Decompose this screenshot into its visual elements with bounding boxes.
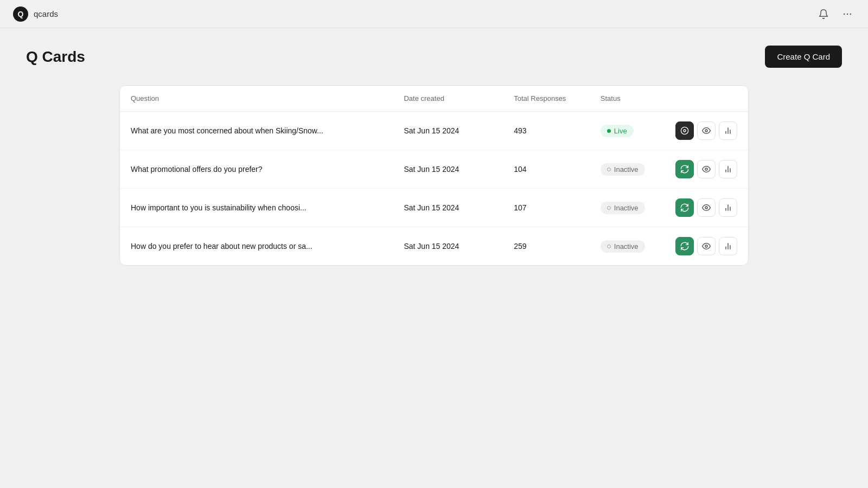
eye-icon: [702, 242, 711, 251]
nav-actions: [816, 7, 855, 22]
cell-responses: 107: [503, 189, 590, 227]
svg-point-1: [847, 13, 848, 15]
page-title: Q Cards: [26, 48, 85, 66]
table-row: How important to you is sustainability w…: [120, 189, 748, 227]
view-button[interactable]: [697, 237, 716, 255]
create-qcard-button[interactable]: Create Q Card: [765, 46, 842, 68]
row-actions: [675, 198, 737, 217]
cell-responses: 493: [503, 112, 590, 150]
analytics-button[interactable]: [719, 160, 737, 178]
inactive-dot: [607, 168, 611, 171]
cell-question: What promotional offers do you prefer?: [120, 150, 393, 189]
page-content: Q Cards Create Q Card Question Date crea…: [0, 28, 868, 283]
nav-brand: Q qcards: [13, 7, 58, 22]
toggle-status-button[interactable]: [675, 160, 694, 178]
analytics-button[interactable]: [719, 237, 737, 255]
ellipsis-icon: [842, 9, 853, 20]
analytics-button[interactable]: [719, 198, 737, 217]
cell-status: Inactive: [590, 150, 665, 189]
barchart-icon: [724, 165, 732, 174]
barchart-icon: [724, 126, 732, 135]
circle-arrow-icon: [680, 126, 689, 135]
view-button[interactable]: [697, 121, 716, 140]
page-header: Q Cards Create Q Card: [26, 46, 842, 68]
column-header-responses: Total Responses: [503, 86, 590, 112]
row-actions: [675, 121, 737, 140]
eye-icon: [702, 203, 711, 212]
cell-actions: [665, 150, 748, 189]
svg-point-9: [705, 168, 707, 170]
inactive-dot: [607, 245, 611, 248]
cell-date: Sat Jun 15 2024: [393, 112, 503, 150]
cell-responses: 259: [503, 227, 590, 266]
app-logo: Q: [13, 7, 28, 22]
svg-point-17: [705, 245, 707, 247]
cell-status: Inactive: [590, 227, 665, 266]
toggle-status-button[interactable]: [675, 198, 694, 217]
row-actions: [675, 160, 737, 178]
cell-actions: [665, 227, 748, 266]
cell-actions: [665, 189, 748, 227]
more-options-button[interactable]: [840, 7, 855, 22]
toggle-status-button[interactable]: [675, 121, 694, 140]
cell-status: Live: [590, 112, 665, 150]
cell-question: What are you most concerned about when S…: [120, 112, 393, 150]
bell-icon: [818, 9, 829, 20]
barchart-icon: [724, 203, 732, 212]
analytics-button[interactable]: [719, 121, 737, 140]
cell-date: Sat Jun 15 2024: [393, 150, 503, 189]
top-navigation: Q qcards: [0, 0, 868, 28]
cards-table: Question Date created Total Responses St…: [120, 86, 748, 265]
view-button[interactable]: [697, 160, 716, 178]
row-actions: [675, 237, 737, 255]
cell-actions: [665, 112, 748, 150]
cell-status: Inactive: [590, 189, 665, 227]
table-body: What are you most concerned about when S…: [120, 112, 748, 266]
circle-arrow-icon: [680, 165, 689, 174]
cell-responses: 104: [503, 150, 590, 189]
eye-icon: [702, 165, 711, 174]
status-badge: Live: [601, 125, 634, 137]
cell-date: Sat Jun 15 2024: [393, 227, 503, 266]
table-row: How do you prefer to hear about new prod…: [120, 227, 748, 266]
column-header-actions: [665, 86, 748, 112]
eye-icon: [702, 126, 711, 135]
cards-table-container: Question Date created Total Responses St…: [119, 85, 749, 266]
svg-point-4: [684, 130, 686, 132]
svg-point-0: [844, 13, 845, 15]
cell-question: How important to you is sustainability w…: [120, 189, 393, 227]
column-header-status: Status: [590, 86, 665, 112]
toggle-status-button[interactable]: [675, 237, 694, 255]
status-badge: Inactive: [601, 163, 645, 176]
cell-date: Sat Jun 15 2024: [393, 189, 503, 227]
status-badge: Inactive: [601, 240, 645, 253]
column-header-question: Question: [120, 86, 393, 112]
svg-point-13: [705, 207, 707, 209]
column-header-date: Date created: [393, 86, 503, 112]
svg-point-5: [705, 130, 707, 132]
cell-question: How do you prefer to hear about new prod…: [120, 227, 393, 266]
notification-button[interactable]: [816, 7, 831, 22]
live-dot: [607, 129, 611, 133]
status-badge: Inactive: [601, 202, 645, 214]
circle-arrow-icon: [680, 203, 689, 212]
inactive-dot: [607, 206, 611, 210]
app-name: qcards: [34, 9, 58, 18]
circle-arrow-icon: [680, 242, 689, 251]
svg-point-3: [681, 127, 688, 134]
table-row: What are you most concerned about when S…: [120, 112, 748, 150]
svg-point-2: [850, 13, 852, 15]
view-button[interactable]: [697, 198, 716, 217]
barchart-icon: [724, 242, 732, 251]
table-header: Question Date created Total Responses St…: [120, 86, 748, 112]
table-row: What promotional offers do you prefer?Sa…: [120, 150, 748, 189]
